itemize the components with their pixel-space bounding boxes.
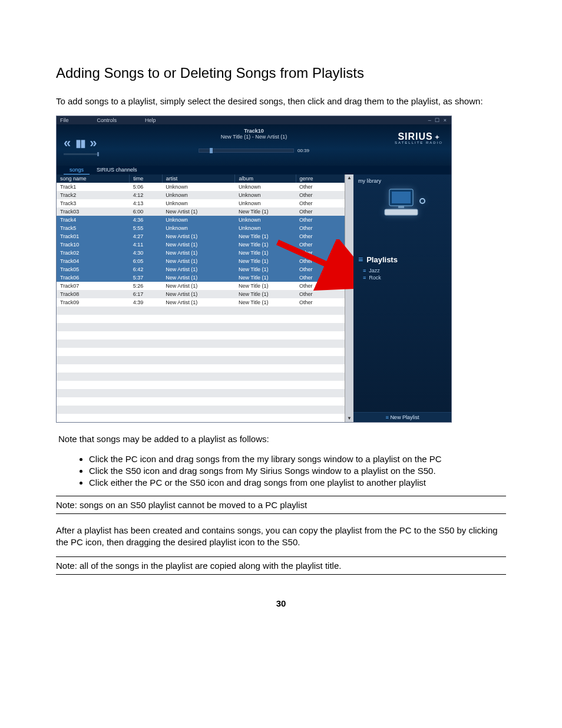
table-row[interactable]: Track094:39New Artist (1)New Title (1)Ot… [57,298,345,307]
cell-genre: Other [296,232,345,241]
menu-help[interactable]: Help [145,116,156,124]
cell-genre: Other [296,265,345,274]
cell-artist: Unknown [162,183,235,191]
scrollbar[interactable]: ▲ ▼ [345,174,353,422]
cell-album: New Title (1) [235,290,296,298]
cell-genre: Other [296,249,345,257]
table-row[interactable]: Track24:12UnknownUnknownOther [57,191,345,199]
progress-bar[interactable] [199,149,294,153]
tab-songs[interactable]: songs [64,166,90,174]
col-genre[interactable]: genre [296,174,345,183]
table-row[interactable]: Track056:42New Artist (1)New Title (1)Ot… [57,265,345,274]
tabs: songs SIRIUS channels [57,166,451,174]
table-row-empty [57,364,345,373]
table-row-empty [57,373,345,381]
table-row[interactable]: Track44:36UnknownUnknownOther [57,216,345,224]
instruction-list: Click the PC icon and drag songs from th… [56,454,506,487]
next-icon[interactable]: » [90,136,97,151]
cell-genre: Other [296,207,345,216]
table-row[interactable]: Track075:26New Artist (1)New Title (1)Ot… [57,282,345,290]
playlist-item-jazz[interactable]: ≡ Jazz [363,268,447,274]
cell-album: Unknown [235,183,296,191]
table-row-empty [57,406,345,414]
cell-album: New Title (1) [235,257,296,265]
playlist-item-rock[interactable]: ≡ Rock [363,275,447,281]
note-text: Note: all of the songs in the playlist a… [56,561,341,571]
cell-artist: New Artist (1) [162,282,235,290]
cell-album: Unknown [235,216,296,224]
table-row[interactable]: Track065:37New Artist (1)New Title (1)Ot… [57,274,345,282]
page-title: Adding Songs to or Deleting Songs from P… [56,65,506,81]
table-row[interactable]: Track046:05New Artist (1)New Title (1)Ot… [57,257,345,265]
menu-file[interactable]: File [60,116,69,124]
table-row-empty [57,315,345,323]
pc-icon[interactable] [358,186,447,219]
table-row-empty [57,307,345,315]
my-library-label[interactable]: my library [358,178,447,184]
page-number: 30 [56,598,506,608]
list-item: Click the PC icon and drag songs from th… [89,454,506,464]
cell-artist: Unknown [162,216,235,224]
now-playing: Track10 New Title (1) - New Artist (1) [221,128,287,140]
col-album[interactable]: album [235,174,296,183]
table-row[interactable]: Track014:27New Artist (1)New Title (1)Ot… [57,232,345,241]
menu-controls[interactable]: Controls [97,116,117,124]
cell-album: New Title (1) [235,249,296,257]
pause-icon[interactable]: ▮▮ [75,137,85,150]
note-box: Note: songs on an S50 playlist cannot be… [56,496,506,514]
cell-time: 5:26 [130,282,163,290]
col-time[interactable]: time [130,174,163,183]
playlists-header: ≡ Playlists [358,255,447,264]
table-row-empty [57,340,345,348]
sirius-logo: SIRIUS✦ SATELLITE RADIO [395,131,443,144]
cell-genre: Other [296,290,345,298]
prev-icon[interactable]: « [64,136,71,151]
col-song-name[interactable]: song name [57,174,130,183]
table-row[interactable]: Track55:55UnknownUnknownOther [57,224,345,232]
table-row[interactable]: Track086:17New Artist (1)New Title (1)Ot… [57,290,345,298]
cell-time: 5:55 [130,224,163,232]
cell-artist: Unknown [162,199,235,207]
cell-artist: Unknown [162,191,235,199]
cell-time: 5:37 [130,274,163,282]
cell-time: 6:05 [130,257,163,265]
cell-name: Track01 [57,232,130,241]
table-row[interactable]: Track15:06UnknownUnknownOther [57,183,345,191]
cell-artist: New Artist (1) [162,290,235,298]
cell-genre: Other [296,199,345,207]
volume-slider[interactable] [64,153,99,155]
col-artist[interactable]: artist [162,174,235,183]
songs-table-zone: song name time artist album genre Track1… [57,174,345,422]
cell-time: 4:39 [130,298,163,307]
after-image-paragraph: Note that songs may be added to a playli… [58,433,506,445]
table-row[interactable]: Track34:13UnknownUnknownOther [57,199,345,207]
cell-genre: Other [296,241,345,249]
playlists-label: Playlists [366,255,398,264]
cell-album: New Title (1) [235,282,296,290]
tab-channels[interactable]: SIRIUS channels [91,166,143,174]
cell-name: Track4 [57,216,130,224]
cell-name: Track10 [57,241,130,249]
table-row[interactable]: Track036:00New Artist (1)New Title (1)Ot… [57,207,345,216]
transport-controls: « ▮▮ » [64,136,99,155]
playlist-item-label: Jazz [369,268,380,274]
scroll-down-icon[interactable]: ▼ [347,415,352,422]
cell-time: 4:13 [130,199,163,207]
cell-artist: New Artist (1) [162,207,235,216]
cell-genre: Other [296,257,345,265]
list-item: Click either the PC or the S50 icon and … [89,477,506,487]
now-playing-title: Track10 [221,128,287,134]
cell-name: Track3 [57,199,130,207]
dog-icon: ✦ [434,133,440,141]
scroll-up-icon[interactable]: ▲ [347,174,352,182]
window-controls[interactable]: – ☐ × [428,117,448,123]
cell-artist: New Artist (1) [162,265,235,274]
cell-genre: Other [296,183,345,191]
cell-album: Unknown [235,224,296,232]
table-row[interactable]: Track104:11New Artist (1)New Title (1)Ot… [57,241,345,249]
table-row[interactable]: Track024:30New Artist (1)New Title (1)Ot… [57,249,345,257]
cell-name: Track08 [57,290,130,298]
new-playlist-button[interactable]: ≡ New Playlist [353,412,451,422]
cell-genre: Other [296,298,345,307]
playlist-item-label: Rock [369,275,381,281]
